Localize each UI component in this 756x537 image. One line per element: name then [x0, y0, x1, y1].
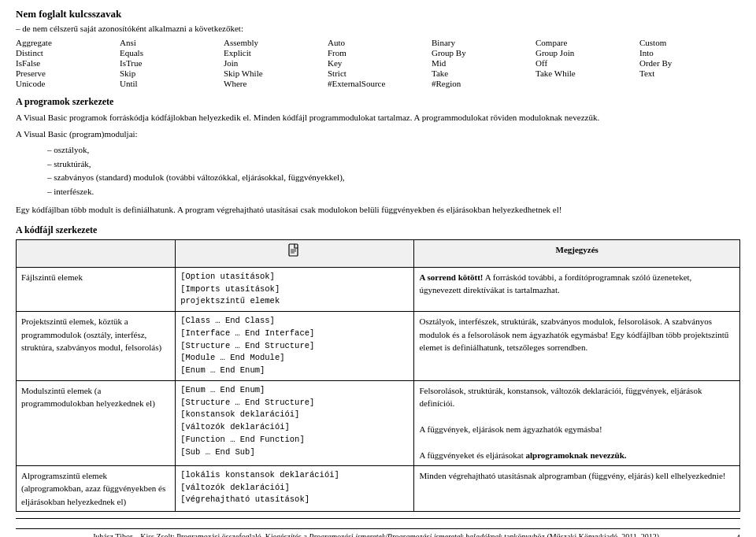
keyword-region: #Region — [432, 79, 532, 88]
table-row-3: Modulszintű elemek (a programmodulokban … — [17, 380, 740, 465]
table-row-1: Fájlszintű elemek [Option utasítások] [I… — [17, 267, 740, 311]
table-row4-col1: Alprogramszintű elemek (alprogramokban, … — [17, 465, 176, 512]
keyword-join: Join — [224, 58, 324, 68]
keyword-key: Key — [328, 58, 428, 68]
keyword-groupby: Group By — [432, 48, 532, 57]
table-row3-col2: [Enum … End Enum] [Structure … End Struc… — [176, 380, 414, 465]
table-row1-col3: A sorrend kötött! A forráskód további, a… — [414, 267, 740, 311]
section2-title: A kódfájl szerkezete — [16, 224, 740, 236]
keyword-unicode: Unicode — [16, 79, 117, 88]
table-row1-col1: Fájlszintű elemek — [17, 267, 176, 311]
table-header-col2 — [176, 239, 414, 267]
structure-table: Megjegyzés Fájlszintű elemek [Option uta… — [16, 239, 740, 513]
table-row1-col2: [Option utasítások] [Imports utasítások]… — [176, 267, 414, 311]
section1-p3: Egy kódfájlban több modult is definiálha… — [16, 203, 740, 217]
keyword-ansi: Ansi — [120, 38, 220, 47]
table-row3-col3: Felsorolások, struktúrák, konstansok, vá… — [414, 380, 740, 465]
file-icon — [287, 243, 302, 259]
keyword-istrue: IsTrue — [120, 58, 220, 68]
module-item-4: interfészek. — [47, 185, 740, 199]
footer-italic: Programozási ismeretek/Programozási isme… — [309, 532, 502, 537]
svg-rect-0 — [289, 244, 298, 256]
keyword-takewhile: Take While — [536, 69, 636, 78]
modules-list: osztályok, struktúrák, szabványos (stand… — [47, 143, 740, 198]
keyword-take: Take — [432, 69, 532, 78]
keyword-mid: Mid — [432, 58, 532, 68]
section1-p2: A Visual Basic (program)moduljai: — [16, 128, 740, 141]
table-row4-col2: [lokális konstansok deklarációi] [változ… — [176, 465, 414, 512]
keyword-preserve: Preserve — [16, 69, 117, 78]
keyword-off: Off — [536, 58, 636, 68]
keyword-orderby: Order By — [639, 58, 740, 68]
module-item-2: struktúrák, — [47, 157, 740, 172]
section1-p1: A Visual Basic programok forráskódja kód… — [16, 111, 740, 124]
keyword-strict: Strict — [328, 69, 428, 78]
table-row2-col3: Osztályok, interfészek, struktúrák, szab… — [414, 312, 740, 381]
footer-text: Juhász Tibor – Kiss Zsolt: Programozási … — [16, 528, 740, 537]
programs-section: A programok szerkezete A Visual Basic pr… — [16, 96, 740, 217]
footer-divider — [16, 518, 740, 519]
footer-main-text: Juhász Tibor – Kiss Zsolt: Programozási … — [92, 532, 659, 537]
keyword-externalsource: #ExternalSource — [328, 79, 428, 88]
codefile-section: A kódfájl szerkezete Megjegyzés — [16, 224, 740, 513]
table-header-col1 — [17, 239, 176, 267]
keywords-grid: Aggregate Ansi Assembly Auto Binary Comp… — [16, 38, 740, 88]
page-content: Nem foglalt kulcsszavak – de nem célszer… — [16, 8, 740, 537]
keyword-aggregate: Aggregate — [16, 38, 117, 47]
table-row-4: Alprogramszintű elemek (alprogramokban, … — [17, 465, 740, 512]
table-row3-col1: Modulszintű elemek (a programmodulokban … — [17, 380, 176, 465]
keyword-distinct: Distinct — [16, 48, 117, 57]
table-row4-col3: Minden végrehajtható utasításnak alprogr… — [414, 465, 740, 512]
keyword-explicit: Explicit — [224, 48, 324, 57]
keywords-title: Nem foglalt kulcsszavak — [16, 8, 740, 20]
keyword-compare: Compare — [536, 38, 636, 47]
keyword-into: Into — [639, 48, 740, 57]
keyword-where: Where — [224, 79, 324, 88]
section1-title: A programok szerkezete — [16, 96, 740, 108]
keyword-equals: Equals — [120, 48, 220, 57]
keyword-text: Text — [639, 69, 740, 78]
keyword-from: From — [328, 48, 428, 57]
keyword-skipwhile: Skip While — [224, 69, 324, 78]
keyword-skip: Skip — [120, 69, 220, 78]
footer-section: Juhász Tibor – Kiss Zsolt: Programozási … — [16, 518, 740, 537]
keywords-subtitle: – de nem célszerű saját azonosítóként al… — [16, 24, 740, 33]
table-row2-col1: Projektszintű elemek, köztük a programmo… — [17, 312, 176, 381]
table-row-2: Projektszintű elemek, köztük a programmo… — [17, 312, 740, 381]
keyword-auto: Auto — [328, 38, 428, 47]
keyword-isfalse: IsFalse — [16, 58, 117, 68]
table-header-col3: Megjegyzés — [414, 239, 740, 267]
module-item-1: osztályok, — [47, 143, 740, 157]
keywords-section: Nem foglalt kulcsszavak – de nem célszer… — [16, 8, 740, 88]
module-item-3: szabványos (standard) modulok (további v… — [47, 171, 740, 185]
keyword-binary: Binary — [432, 38, 532, 47]
keyword-until: Until — [120, 79, 220, 88]
keyword-custom: Custom — [639, 38, 740, 47]
table-row2-col2: [Class … End Class] [Interface … End Int… — [176, 312, 414, 381]
page-number: 4 — [736, 532, 741, 537]
keyword-assembly: Assembly — [224, 38, 324, 47]
keyword-groupjoin: Group Join — [536, 48, 636, 57]
